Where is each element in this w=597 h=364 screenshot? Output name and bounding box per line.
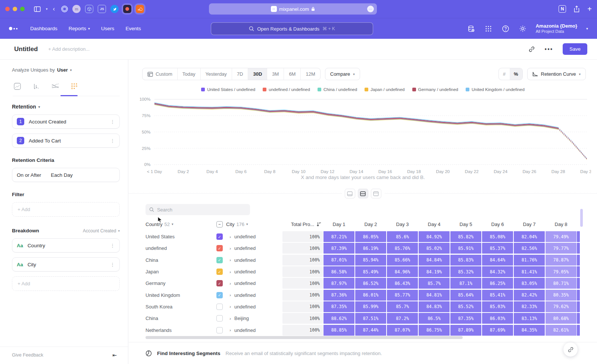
retention-cell[interactable]: 84.92%	[419, 231, 450, 242]
step-card-account-created[interactable]: 1 Account Created ⋮	[12, 114, 120, 129]
retention-cell[interactable]: 85.76%	[387, 243, 418, 254]
retention-cell[interactable]: 86.43%	[387, 278, 418, 289]
retention-cell[interactable]: 86.03%	[482, 313, 513, 324]
retention-cell[interactable]: 86.52%	[355, 278, 386, 289]
layout-table-only-button[interactable]	[371, 189, 381, 198]
retention-cell[interactable]: 87.39%	[323, 243, 354, 254]
soundcloud-icon[interactable]	[136, 5, 144, 13]
expand-row-icon[interactable]: ›	[226, 235, 234, 239]
retention-cell[interactable]: 84.35%	[514, 325, 545, 336]
retention-cell[interactable]: 84.96%	[387, 266, 418, 277]
onepassword-icon[interactable]	[61, 6, 68, 12]
js-icon[interactable]: JS	[98, 5, 106, 13]
more-menu-icon[interactable]: •••	[545, 46, 553, 53]
step-card-added-to-cart[interactable]: 2 Added To Cart ⋮	[12, 134, 120, 148]
retention-cell[interactable]: 80.35%	[546, 290, 576, 301]
kebab-menu-icon[interactable]: ⋮	[110, 243, 115, 248]
address-bar[interactable]: ∙∙ mixpanel.com ⋯	[209, 3, 377, 15]
retention-cell[interactable]: 85.83%	[450, 255, 481, 266]
help-icon[interactable]	[501, 25, 510, 33]
column-day-8[interactable]: Day 8	[545, 222, 577, 227]
retention-cell[interactable]: 82.42%	[514, 290, 545, 301]
retention-cell[interactable]: 85.82%	[450, 231, 481, 242]
range-12m[interactable]: 12M	[301, 68, 320, 80]
retention-cell[interactable]: 85.6%	[387, 231, 418, 242]
retention-cell[interactable]: 85.64%	[450, 290, 481, 301]
find-segments-title[interactable]: Find Interesting Segments	[157, 351, 221, 356]
page-title[interactable]: Untitled	[14, 46, 38, 53]
retention-cell[interactable]: 85.37%	[482, 243, 513, 254]
criteria-each-day[interactable]: Each Day	[51, 172, 73, 178]
range-custom[interactable]: Custom	[143, 68, 178, 80]
select-all-checkbox[interactable]: –	[216, 221, 223, 228]
retention-cell[interactable]: 88.85%	[323, 325, 354, 336]
maximize-window-button[interactable]	[20, 7, 25, 11]
column-city[interactable]: City 176 ▾	[226, 222, 282, 227]
retention-cell[interactable]: 87.1%	[450, 278, 481, 289]
expand-row-icon[interactable]: ›	[226, 304, 234, 309]
range-yesterday[interactable]: Yesterday	[201, 68, 232, 80]
retention-cell[interactable]: 85.7%	[387, 301, 418, 312]
retention-cell[interactable]: 78.87%	[546, 255, 576, 266]
add-description[interactable]: + Add description...	[48, 46, 90, 52]
retention-cell[interactable]: 85.91%	[450, 243, 481, 254]
retention-cell[interactable]: 86.75%	[419, 325, 450, 336]
range-3m[interactable]: 3M	[267, 68, 284, 80]
share-icon[interactable]	[573, 6, 580, 13]
legend-item[interactable]: China / undefined	[318, 87, 357, 92]
retention-cell[interactable]: 85.41%	[482, 290, 513, 301]
retention-cell[interactable]: 81.41%	[514, 266, 545, 277]
expand-row-icon[interactable]: ›	[226, 258, 234, 262]
retention-criteria-card[interactable]: On or After Each Day	[12, 168, 120, 182]
new-tab-icon[interactable]: +	[587, 5, 592, 13]
settings-gear-icon[interactable]	[519, 25, 527, 33]
retention-cell[interactable]: 85.08%	[482, 231, 513, 242]
row-checkbox[interactable]: ✓	[216, 257, 223, 263]
retention-cell[interactable]: 87.44%	[355, 325, 386, 336]
project-selector[interactable]: Amazonia {Demo} All Project Data	[536, 23, 577, 34]
tab-retention[interactable]	[70, 82, 79, 91]
retention-cell[interactable]: 85.49%	[355, 266, 386, 277]
criteria-on-or-after[interactable]: On or After	[17, 172, 41, 178]
retention-cell[interactable]: 82.33%	[514, 301, 545, 312]
row-checkbox[interactable]: ✓	[216, 280, 223, 286]
minimize-window-button[interactable]	[13, 7, 17, 11]
table-search[interactable]	[146, 204, 250, 215]
data-management-icon[interactable]	[467, 25, 475, 33]
kebab-menu-icon[interactable]: ⋮	[110, 262, 115, 267]
compare-button[interactable]: Compare▾	[325, 68, 360, 80]
cube-icon[interactable]	[85, 5, 93, 13]
legend-item[interactable]: Japan / undefined	[365, 87, 404, 92]
retention-cell[interactable]: 82.04%	[514, 231, 545, 242]
layout-chart-only-button[interactable]	[345, 189, 355, 198]
retention-cell[interactable]: 84.83%	[419, 301, 450, 312]
retention-cell[interactable]: 83.13%	[514, 313, 545, 324]
column-day-3[interactable]: Day 3	[387, 222, 418, 227]
retention-cell[interactable]: 85.52%	[450, 301, 481, 312]
tab-insights[interactable]	[13, 82, 22, 91]
save-button[interactable]: Save	[563, 43, 587, 55]
mixpanel-logo[interactable]	[9, 27, 18, 30]
retention-cell[interactable]: 85.32%	[450, 266, 481, 277]
retention-cell[interactable]: 85.99%	[355, 301, 386, 312]
expand-row-icon[interactable]: ›	[226, 246, 234, 251]
filter-add-button[interactable]: + Add	[12, 202, 120, 217]
range-6m[interactable]: 6M	[284, 68, 301, 80]
global-search[interactable]: Open Reports & Dashboards ⌘ + K	[211, 22, 373, 35]
tab-funnels[interactable]	[32, 82, 41, 91]
breakdown-event-selector[interactable]: Account Created▾	[83, 228, 120, 233]
retention-cell[interactable]: 83.05%	[514, 278, 545, 289]
retention-cell[interactable]: 87.51%	[355, 313, 386, 324]
window-controls[interactable]	[5, 7, 25, 11]
sidebar-toggle-icon[interactable]	[34, 6, 41, 12]
nav-reports[interactable]: Reports▾	[69, 26, 90, 31]
chevron-down-icon[interactable]: ▾	[46, 7, 48, 11]
retention-cell[interactable]: 88.62%	[323, 313, 354, 324]
column-day-4[interactable]: Day 4	[418, 222, 450, 227]
legend-item[interactable]: undefined / undefined	[263, 87, 310, 92]
layout-split-button[interactable]	[358, 189, 368, 198]
nav-events[interactable]: Events	[125, 26, 141, 31]
column-day-1[interactable]: Day 1	[323, 222, 355, 227]
retention-cell[interactable]: 84.32%	[482, 266, 513, 277]
retention-cell[interactable]: 84.64%	[482, 255, 513, 266]
